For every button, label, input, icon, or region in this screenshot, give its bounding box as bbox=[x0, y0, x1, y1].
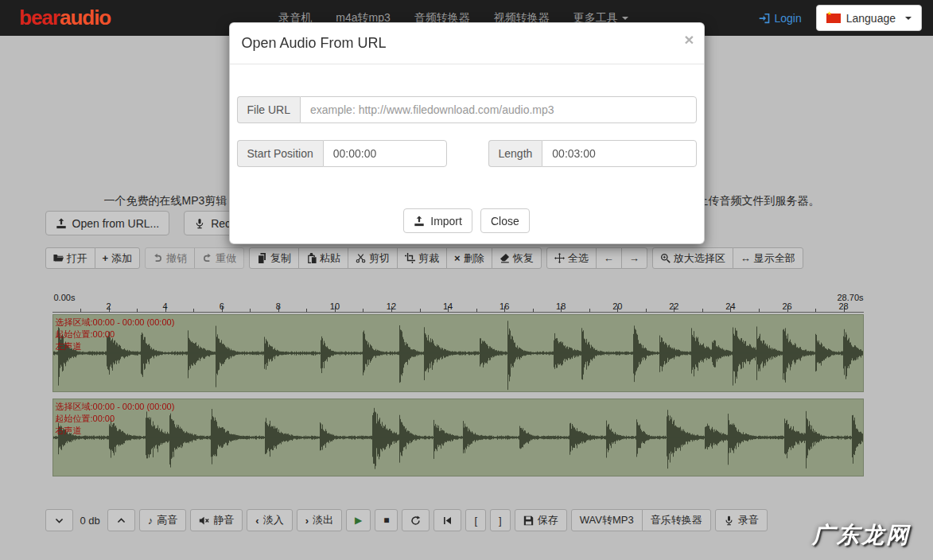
upload-icon bbox=[414, 216, 425, 227]
language-label: Language bbox=[846, 12, 896, 25]
navbar-right: Login Language bbox=[759, 5, 922, 31]
modal-title: Open Audio From URL bbox=[242, 35, 387, 51]
modal-header: Open Audio From URL × bbox=[230, 23, 704, 64]
login-label: Login bbox=[774, 12, 801, 25]
length-label: Length bbox=[488, 140, 542, 167]
logo[interactable]: bearaudio bbox=[19, 6, 111, 30]
import-button[interactable]: Import bbox=[403, 208, 472, 233]
login-link[interactable]: Login bbox=[759, 12, 801, 25]
modal-close-button[interactable]: × bbox=[684, 31, 694, 48]
china-flag-icon bbox=[826, 14, 841, 23]
start-position-input[interactable] bbox=[323, 140, 447, 167]
sign-in-icon bbox=[759, 13, 770, 24]
file-url-label: File URL bbox=[237, 96, 300, 123]
caret-down-icon bbox=[622, 17, 628, 20]
watermark: 广东龙网 bbox=[812, 520, 911, 550]
start-position-group: Start Position bbox=[237, 140, 447, 167]
open-audio-url-modal: Open Audio From URL × File URL Start Pos… bbox=[229, 22, 705, 244]
language-button[interactable]: Language bbox=[816, 5, 922, 31]
time-settings-row: Start Position Length bbox=[237, 140, 697, 167]
length-input[interactable] bbox=[542, 140, 696, 167]
modal-footer: Import Close bbox=[230, 167, 704, 243]
start-position-label: Start Position bbox=[237, 140, 323, 167]
modal-body: File URL Start Position Length bbox=[230, 64, 704, 167]
file-url-input[interactable] bbox=[300, 96, 697, 123]
close-button[interactable]: Close bbox=[480, 208, 530, 233]
import-label: Import bbox=[430, 215, 462, 228]
logo-part-bear: bear bbox=[19, 6, 60, 29]
length-group: Length bbox=[488, 140, 697, 167]
caret-down-icon bbox=[905, 17, 912, 20]
file-url-group: File URL bbox=[237, 96, 697, 123]
logo-part-audio: audio bbox=[60, 6, 111, 29]
